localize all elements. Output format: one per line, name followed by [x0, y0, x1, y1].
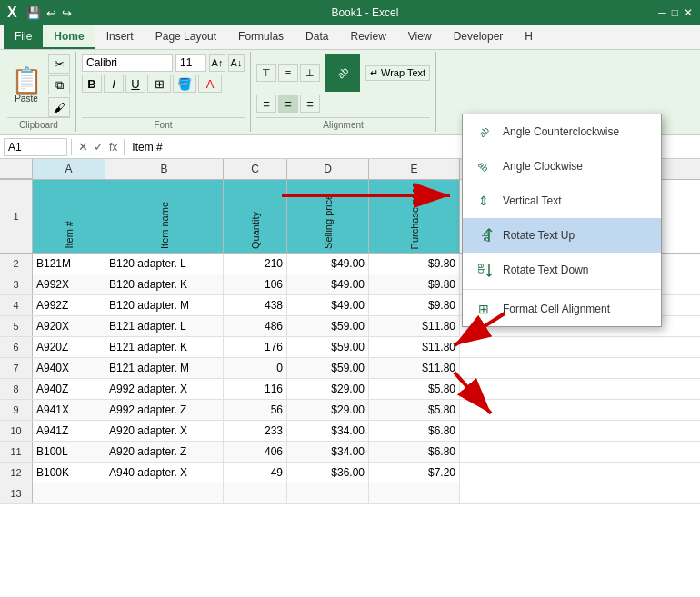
cell[interactable]: 49 [224, 463, 287, 483]
cell[interactable]: $11.80 [369, 358, 460, 378]
underline-button[interactable]: U [125, 75, 145, 93]
cell[interactable]: $5.80 [369, 379, 460, 399]
tab-data[interactable]: Data [295, 25, 339, 49]
cell[interactable]: 210 [224, 254, 287, 274]
cell[interactable]: $59.00 [287, 316, 369, 336]
col-header-a[interactable]: A [33, 159, 105, 179]
cell[interactable] [287, 483, 369, 503]
tab-home[interactable]: Home [43, 25, 95, 49]
tab-insert[interactable]: Insert [95, 25, 145, 49]
orient-item-format-cell[interactable]: ⊞ Format Cell Alignment [463, 292, 661, 326]
align-center-button[interactable]: ≡ [278, 95, 298, 113]
orient-item-vertical[interactable]: ⇕ Vertical Text [463, 184, 661, 218]
cell[interactable]: 56 [224, 400, 287, 420]
tab-h[interactable]: H [514, 25, 544, 49]
col-header-b[interactable]: B [105, 159, 224, 179]
cell[interactable]: $49.00 [287, 254, 369, 274]
minimize-btn[interactable]: ─ [658, 6, 666, 19]
cell[interactable]: $59.00 [287, 358, 369, 378]
cell[interactable]: $6.80 [369, 442, 460, 462]
qat-save[interactable]: 💾 [26, 6, 41, 20]
cell[interactable]: 233 [224, 421, 287, 441]
cell[interactable]: B100L [33, 442, 105, 462]
bold-button[interactable]: B [82, 75, 102, 93]
cell[interactable]: A920 adapter. Z [105, 442, 224, 462]
orient-item-counterclockwise[interactable]: ab Angle Counterclockwise [463, 114, 661, 149]
tab-view[interactable]: View [397, 25, 443, 49]
cell[interactable]: B121 adapter. M [105, 358, 224, 378]
align-middle-button[interactable]: ≡ [278, 64, 298, 82]
italic-button[interactable]: I [104, 75, 124, 93]
header-cell-selling[interactable]: Selling price [287, 180, 369, 253]
qat-redo[interactable]: ↪ [62, 6, 72, 20]
col-header-e[interactable]: E [369, 159, 460, 179]
header-cell-item[interactable]: Item # [33, 180, 105, 253]
cell[interactable]: B121 adapter. L [105, 316, 224, 336]
cell[interactable] [369, 483, 460, 503]
cell[interactable]: A920X [33, 316, 105, 336]
cell[interactable]: A940Z [33, 379, 105, 399]
header-cell-purchase[interactable]: Purchase price [369, 180, 460, 253]
cell[interactable]: $11.80 [369, 316, 460, 336]
font-size-decrease[interactable]: A↓ [228, 54, 245, 72]
align-right-button[interactable]: ≡ [300, 95, 320, 113]
paste-button[interactable]: 📋 Paste [7, 68, 45, 104]
cell[interactable]: 406 [224, 442, 287, 462]
cell[interactable]: B100K [33, 463, 105, 483]
insert-function-icon[interactable]: fx [106, 141, 120, 154]
cell[interactable]: A992Z [33, 295, 105, 315]
font-size-increase[interactable]: A↑ [209, 54, 225, 72]
tab-pagelayout[interactable]: Page Layout [145, 25, 227, 49]
tab-file[interactable]: File [4, 25, 43, 49]
cell[interactable]: B120 adapter. K [105, 274, 224, 294]
cut-button[interactable]: ✂ [48, 54, 70, 74]
cell[interactable]: A992 adapter. X [105, 379, 224, 399]
cell[interactable]: $5.80 [369, 400, 460, 420]
cell[interactable]: A992 adapter. Z [105, 400, 224, 420]
tab-formulas[interactable]: Formulas [227, 25, 295, 49]
wrap-text-button[interactable]: ↵ Wrap Text [365, 65, 430, 81]
cell-ref-box[interactable] [4, 138, 67, 156]
cell[interactable]: B120 adapter. L [105, 254, 224, 274]
col-header-c[interactable]: C [224, 159, 287, 179]
cell[interactable]: $49.00 [287, 274, 369, 294]
cell[interactable]: $9.80 [369, 295, 460, 315]
cell[interactable]: 106 [224, 274, 287, 294]
cell[interactable]: $7.20 [369, 463, 460, 483]
align-left-button[interactable]: ≡ [256, 95, 276, 113]
cell[interactable]: A941X [33, 400, 105, 420]
cell[interactable]: $34.00 [287, 442, 369, 462]
cell[interactable] [105, 483, 224, 503]
qat-undo[interactable]: ↩ [46, 6, 56, 20]
cell[interactable]: $11.80 [369, 337, 460, 357]
col-header-d[interactable]: D [287, 159, 369, 179]
maximize-btn[interactable]: □ [672, 6, 678, 19]
cell[interactable]: B120 adapter. M [105, 295, 224, 315]
cell[interactable]: 486 [224, 316, 287, 336]
cell[interactable]: 438 [224, 295, 287, 315]
header-cell-name[interactable]: Item name [105, 180, 224, 253]
orientation-button[interactable]: ab [325, 54, 360, 92]
font-size-input[interactable] [175, 54, 206, 72]
cell[interactable]: 0 [224, 358, 287, 378]
cell[interactable]: 116 [224, 379, 287, 399]
cell[interactable]: B121M [33, 254, 105, 274]
orient-item-clockwise[interactable]: ab Angle Clockwise [463, 149, 661, 184]
cancel-formula-icon[interactable]: ✕ [75, 140, 91, 154]
font-name-input[interactable] [82, 54, 173, 72]
cell[interactable]: 176 [224, 337, 287, 357]
cell[interactable]: $9.80 [369, 274, 460, 294]
cell[interactable] [224, 483, 287, 503]
cell[interactable]: $59.00 [287, 337, 369, 357]
cell[interactable]: $29.00 [287, 379, 369, 399]
cell[interactable]: A992X [33, 274, 105, 294]
cell[interactable]: $34.00 [287, 421, 369, 441]
cell[interactable]: A920Z [33, 337, 105, 357]
cell[interactable]: $49.00 [287, 295, 369, 315]
fill-color-button[interactable]: 🪣 [173, 75, 196, 93]
confirm-formula-icon[interactable]: ✓ [91, 140, 106, 154]
header-cell-qty[interactable]: Quantity [224, 180, 287, 253]
align-top-button[interactable]: ⊤ [256, 64, 276, 82]
cell[interactable]: $29.00 [287, 400, 369, 420]
cell[interactable]: B121 adapter. K [105, 337, 224, 357]
